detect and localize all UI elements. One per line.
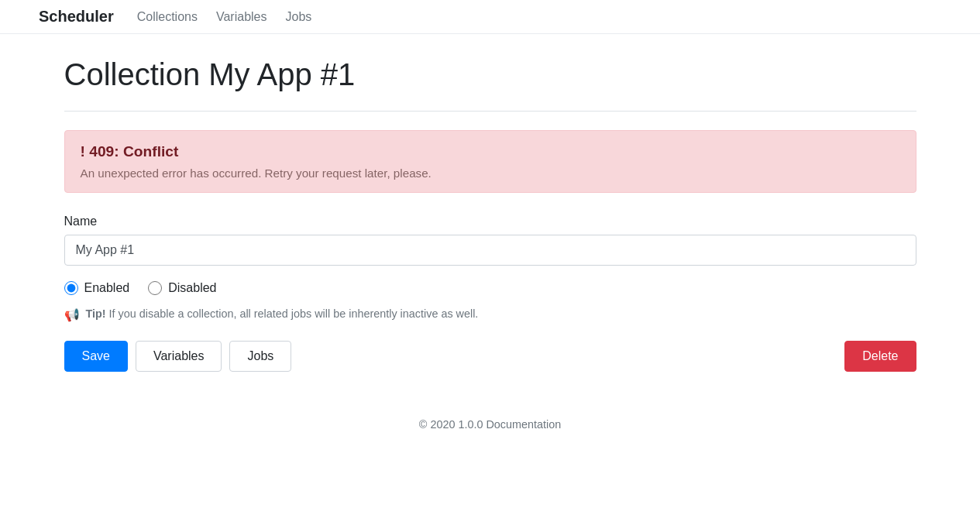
copyright-text: © 2020 1.0.0 [419, 418, 483, 431]
disabled-label: Disabled [168, 281, 216, 295]
nav-link-collections[interactable]: Collections [137, 10, 198, 23]
enabled-radio[interactable] [64, 281, 78, 295]
button-group: Save Variables Jobs Delete [64, 341, 916, 372]
tip-box: 📢 Tip! If you disable a collection, all … [64, 307, 916, 322]
megaphone-icon: 📢 [64, 307, 80, 322]
delete-button[interactable]: Delete [844, 341, 916, 372]
nav-link-jobs[interactable]: Jobs [285, 10, 311, 23]
button-group-left: Save Variables Jobs [64, 341, 292, 372]
footer: © 2020 1.0.0 Documentation [64, 403, 916, 446]
tip-description: If you disable a collection, all related… [106, 307, 479, 320]
error-message: An unexpected error has occurred. Retry … [81, 167, 900, 180]
divider [64, 111, 916, 112]
navbar: Scheduler Collections Variables Jobs [0, 0, 980, 34]
name-input[interactable] [64, 235, 916, 266]
jobs-button[interactable]: Jobs [229, 341, 291, 372]
tip-prefix: Tip! [86, 307, 106, 320]
status-radio-group: Enabled Disabled [64, 281, 916, 295]
error-title: ! 409: Conflict [81, 143, 900, 160]
variables-button[interactable]: Variables [136, 341, 222, 372]
name-label: Name [64, 215, 916, 228]
error-alert: ! 409: Conflict An unexpected error has … [64, 130, 916, 193]
nav-item-variables: Variables [216, 10, 267, 24]
nav-menu: Collections Variables Jobs [137, 10, 312, 24]
save-button[interactable]: Save [64, 341, 128, 372]
nav-link-variables[interactable]: Variables [216, 10, 267, 23]
tip-text: Tip! If you disable a collection, all re… [86, 307, 479, 320]
enabled-label: Enabled [84, 281, 130, 295]
disabled-radio-label[interactable]: Disabled [148, 281, 216, 295]
nav-item-collections: Collections [137, 10, 198, 24]
brand-link[interactable]: Scheduler [39, 8, 114, 26]
documentation-link[interactable]: Documentation [486, 418, 561, 431]
disabled-radio[interactable] [148, 281, 162, 295]
enabled-radio-label[interactable]: Enabled [64, 281, 130, 295]
main-content: Collection My App #1 ! 409: Conflict An … [26, 34, 955, 469]
name-field-group: Name [64, 215, 916, 266]
page-title: Collection My App #1 [64, 57, 916, 92]
nav-item-jobs: Jobs [285, 10, 311, 24]
